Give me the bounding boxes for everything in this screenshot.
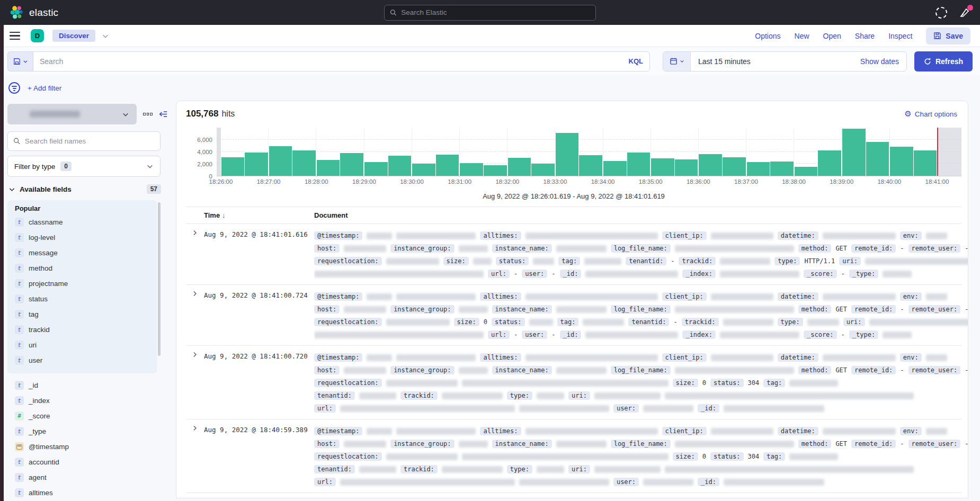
- bar[interactable]: [651, 158, 674, 176]
- filter-icon[interactable]: [8, 82, 20, 94]
- bar[interactable]: [723, 157, 746, 176]
- histogram-bucket-18:39:00[interactable]: [841, 128, 866, 176]
- histogram-bucket-18:32:00[interactable]: [507, 128, 531, 176]
- available-fields-accordion[interactable]: Available fields 57: [7, 184, 167, 194]
- bar[interactable]: [842, 129, 866, 176]
- expand-row-button[interactable]: [189, 290, 200, 301]
- sidebar-scrollbar[interactable]: [158, 202, 161, 356]
- bar[interactable]: [364, 162, 388, 176]
- field-item-@timestamp[interactable]: @timestamp: [15, 439, 167, 454]
- histogram-bucket-18:36:00[interactable]: [698, 128, 723, 176]
- histogram-bucket-18:30:30[interactable]: [435, 128, 459, 176]
- saved-query-menu-button[interactable]: [7, 51, 33, 71]
- histogram-bucket-18:28:00[interactable]: [316, 128, 340, 176]
- field-item-accountid[interactable]: taccountid: [15, 454, 167, 470]
- histogram-bucket-18:30:00[interactable]: [412, 128, 436, 176]
- save-button[interactable]: Save: [926, 28, 970, 44]
- expand-row-button[interactable]: [189, 229, 200, 240]
- histogram-bucket-18:40:30[interactable]: [913, 128, 937, 176]
- field-item-projectname[interactable]: tprojectname: [15, 276, 157, 291]
- bar[interactable]: [699, 154, 722, 176]
- bar[interactable]: [914, 150, 937, 176]
- histogram-bucket-18:27:00[interactable]: [268, 128, 292, 176]
- histogram-bucket-18:27:30[interactable]: [292, 128, 316, 176]
- expand-row-button[interactable]: [189, 425, 200, 435]
- bar[interactable]: [436, 155, 459, 176]
- bar[interactable]: [890, 147, 913, 176]
- field-item-status[interactable]: tstatus: [15, 291, 157, 307]
- field-item-_id[interactable]: t_id: [15, 378, 167, 393]
- add-filter-button[interactable]: + Add filter: [28, 84, 61, 92]
- histogram-bucket-18:35:30[interactable]: [674, 128, 698, 176]
- time-column-header[interactable]: Time↓: [204, 211, 314, 219]
- expand-row-button[interactable]: [189, 351, 200, 362]
- histogram-bucket-18:29:00[interactable]: [364, 128, 388, 176]
- bar[interactable]: [340, 153, 363, 176]
- field-item-trackid[interactable]: ttrackid: [15, 322, 157, 337]
- field-item-_index[interactable]: t_index: [15, 393, 167, 408]
- bar[interactable]: [292, 150, 316, 176]
- field-search[interactable]: [7, 131, 161, 151]
- bar[interactable]: [627, 153, 651, 176]
- bar[interactable]: [866, 142, 889, 176]
- histogram-bucket-18:39:30[interactable]: [866, 128, 889, 176]
- refresh-button[interactable]: Refresh: [914, 51, 973, 71]
- histogram-bucket-18:29:30[interactable]: [388, 128, 412, 176]
- space-avatar[interactable]: D: [31, 29, 44, 42]
- histogram-bucket-18:33:30[interactable]: [579, 128, 603, 176]
- field-item-uri[interactable]: turi: [15, 337, 157, 353]
- bar[interactable]: [579, 155, 602, 176]
- field-stats-icon[interactable]: [143, 113, 153, 115]
- histogram-bucket-18:40:00[interactable]: [889, 128, 914, 176]
- bar[interactable]: [245, 153, 268, 176]
- histogram-bucket-18:26:00[interactable]: [221, 128, 245, 176]
- data-view-selector[interactable]: [7, 104, 137, 124]
- field-item-method[interactable]: tmethod: [15, 261, 157, 276]
- bar[interactable]: [556, 133, 579, 176]
- histogram-bucket-18:33:00[interactable]: [555, 128, 579, 176]
- histogram-bucket-18:35:00[interactable]: [651, 128, 675, 176]
- bar[interactable]: [747, 162, 770, 176]
- bar[interactable]: [603, 161, 627, 176]
- bar[interactable]: [818, 150, 841, 176]
- toolbar-link-open[interactable]: Open: [823, 32, 841, 40]
- histogram-bucket-18:31:30[interactable]: [484, 128, 507, 176]
- histogram-bucket-18:34:30[interactable]: [627, 128, 651, 176]
- bar[interactable]: [388, 156, 412, 176]
- show-dates-link[interactable]: Show dates: [860, 57, 906, 66]
- breadcrumb[interactable]: Discover: [52, 30, 95, 42]
- histogram-bucket-18:34:00[interactable]: [603, 128, 627, 176]
- time-range-value[interactable]: Last 15 minutes: [691, 57, 751, 66]
- field-item-classname[interactable]: tclassname: [15, 214, 157, 230]
- bar[interactable]: [460, 163, 483, 176]
- field-item-user[interactable]: tuser: [15, 353, 157, 368]
- bar[interactable]: [531, 164, 555, 176]
- filter-by-type[interactable]: Filter by type 0: [7, 156, 161, 177]
- global-search[interactable]: [384, 5, 596, 21]
- menu-icon[interactable]: [10, 32, 20, 40]
- field-search-input[interactable]: [25, 137, 155, 145]
- histogram-bucket-18:31:00[interactable]: [459, 128, 484, 176]
- toolbar-link-inspect[interactable]: Inspect: [888, 32, 912, 40]
- bar[interactable]: [770, 162, 794, 176]
- help-icon[interactable]: [936, 7, 947, 19]
- bar[interactable]: [675, 159, 698, 176]
- histogram-bucket-18:37:00[interactable]: [746, 128, 770, 176]
- toolbar-link-share[interactable]: Share: [855, 32, 875, 40]
- bar[interactable]: [484, 165, 507, 176]
- field-item-log-level[interactable]: tlog-level: [15, 230, 157, 245]
- elastic-brand[interactable]: elastic: [10, 5, 58, 20]
- chevron-down-icon[interactable]: [102, 32, 109, 40]
- field-item-alltimes[interactable]: talltimes: [15, 485, 167, 500]
- bar[interactable]: [412, 164, 435, 176]
- histogram-bucket-18:38:30[interactable]: [818, 128, 842, 176]
- bar[interactable]: [508, 158, 531, 176]
- chart-options-button[interactable]: ⚙ Chart options: [904, 109, 961, 119]
- newsfeed-icon[interactable]: [959, 7, 970, 19]
- histogram-bucket-18:26:30[interactable]: [245, 128, 269, 176]
- histogram-bucket-18:32:30[interactable]: [531, 128, 555, 176]
- bar[interactable]: [221, 157, 245, 176]
- kql-badge[interactable]: KQL: [623, 57, 643, 65]
- bar[interactable]: [795, 167, 818, 176]
- field-item-message[interactable]: tmessage: [15, 245, 157, 261]
